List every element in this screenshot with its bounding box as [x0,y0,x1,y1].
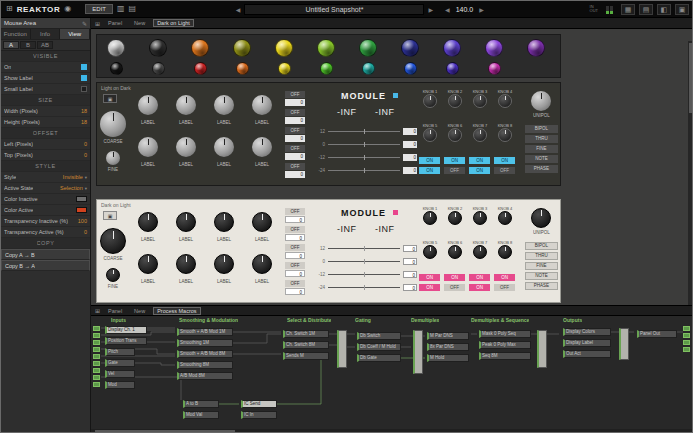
off-button[interactable]: OFF [285,91,305,98]
structure-node[interactable]: Peak 0 Poly Max [479,341,531,349]
structure-node[interactable] [537,330,547,368]
color-knob[interactable] [443,39,461,57]
structure-node[interactable] [683,326,690,331]
sidebar-row[interactable]: Show Label ▾ [1,73,90,84]
structure-node[interactable]: Mod [105,381,135,389]
slider[interactable] [328,287,400,288]
slider-row[interactable]: 12 0 [311,242,417,255]
color-knob-small[interactable] [152,62,165,75]
grid-icon[interactable]: ▦ [621,4,635,15]
mode-button[interactable]: PHASE [525,165,558,173]
slider-value-box[interactable]: 0 [403,271,417,278]
slider-row[interactable]: -12 0 [311,268,417,281]
ab-button[interactable]: B [20,41,36,49]
knob[interactable] [138,254,158,274]
value-box[interactable]: 0 [285,135,305,142]
structure-node[interactable]: Vel [105,370,135,378]
toggle-button[interactable]: ON [419,167,440,174]
color-knob-small[interactable] [488,62,501,75]
structure-node[interactable]: 8x Par DNS [427,343,469,351]
structure-node[interactable] [93,347,100,352]
off-button[interactable]: OFF [285,244,305,251]
slider[interactable] [328,274,400,275]
labeled-knob[interactable]: LABEL [131,95,165,125]
color-knob[interactable] [107,39,125,57]
properties-tab[interactable]: View [60,29,90,39]
properties-tab[interactable]: Info [31,29,61,39]
toggle-button[interactable]: ON [419,274,440,281]
labeled-knob[interactable]: LABEL [245,212,279,242]
sidebar-row[interactable]: Color Active ▾ [1,205,90,216]
structure-node[interactable]: Display Ch. 1 [105,326,147,334]
labeled-knob[interactable]: LABEL [245,254,279,284]
structure-node[interactable] [93,375,100,380]
color-knob[interactable] [317,39,335,57]
structure-node[interactable] [93,361,100,366]
structure-node[interactable]: Mod Val [183,411,219,419]
off-button[interactable]: OFF [285,226,305,233]
structure-node[interactable]: Ch. Switch 8M [283,341,329,349]
knob[interactable] [252,95,272,115]
off-button[interactable]: OFF [285,127,305,134]
value-box[interactable]: 0 [285,153,305,160]
structure-node[interactable] [683,340,690,345]
vertical-scrollbar[interactable] [688,41,693,305]
labeled-knob[interactable]: LABEL [207,95,241,125]
value-box[interactable]: 0 [285,99,305,106]
structure-node[interactable] [683,333,690,338]
sidebar-row[interactable]: VISIBLE ▾ [1,51,90,62]
snapshot-field[interactable]: Untitled Snapshot* [244,4,424,15]
tempo-down-icon[interactable]: ◀ [445,6,450,13]
sidebar-row[interactable]: Height (Pixels) 18 ▾ [1,117,90,128]
color-knob-small[interactable] [110,62,123,75]
color-knob[interactable] [359,39,377,57]
sidebar-row[interactable]: Small Label ▾ [1,84,90,95]
slider-value-box[interactable]: 0 [403,141,417,148]
slider[interactable] [328,261,400,262]
mouse-area-button[interactable]: ▣ [103,94,117,103]
structure-node[interactable] [683,347,690,352]
properties-tab[interactable]: Function [1,29,31,39]
unipol-knob[interactable] [531,208,551,228]
knob[interactable] [138,137,158,157]
structure-node[interactable]: Mask 0 Poly Seq [479,330,531,338]
value-box[interactable]: 0 [285,252,305,259]
structure-node[interactable]: Out Act [563,350,611,358]
unipol-knob[interactable] [531,91,551,111]
color-knob[interactable] [401,39,419,57]
labeled-knob[interactable]: LABEL [245,95,279,125]
edit-button[interactable]: EDIT [85,4,113,14]
mouse-area-button[interactable]: ▣ [103,211,117,220]
tempo-value[interactable]: 140.0 [456,6,474,13]
structure-icon[interactable]: ⊞ [95,307,100,314]
value-box[interactable]: 0 [285,117,305,124]
structure-node[interactable]: Smooth + A/B Mod 1M [177,328,233,336]
structure-node[interactable]: Seq 8M [479,352,531,360]
toggle-button[interactable]: OFF [494,284,515,291]
color-knob-small[interactable] [320,62,333,75]
slider-value-box[interactable]: 0 [403,258,417,265]
mode-button[interactable]: FINE [525,145,558,153]
structure-node[interactable]: Smoothing 1M [177,339,233,347]
structure-node[interactable]: Pitch [105,348,135,356]
toggle-button[interactable]: ON [469,167,490,174]
structure-node[interactable]: Inputs [111,317,126,324]
off-button[interactable]: OFF [285,262,305,269]
settings-icon[interactable]: ◧ [657,4,671,15]
toggle-button[interactable]: ON [469,284,490,291]
breadcrumb-item[interactable]: Process Macros [153,307,200,315]
breadcrumb-item[interactable]: Panel [104,19,126,27]
knob[interactable] [252,137,272,157]
structure-node[interactable] [93,354,100,359]
sidebar-row[interactable]: Copy A → B ▾ [1,249,90,260]
tempo-up-icon[interactable]: ▶ [479,6,484,13]
structure-node[interactable]: A/B Mod 8M [177,372,233,380]
knob[interactable] [214,137,234,157]
color-knob[interactable] [149,39,167,57]
knob[interactable] [252,254,272,274]
slider[interactable] [328,131,400,132]
slider[interactable] [328,248,400,249]
knob[interactable] [176,137,196,157]
next-snapshot-icon[interactable]: ▶ [428,6,433,13]
structure-node[interactable] [93,340,100,345]
